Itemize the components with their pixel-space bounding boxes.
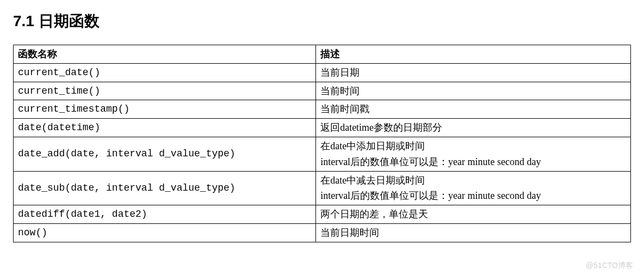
header-func-name: 函数名称 — [14, 45, 316, 64]
cell-description: 在date中添加日期或时间interval后的数值单位可以是：year minu… — [316, 137, 631, 171]
cell-func-name: current_time() — [14, 82, 316, 100]
table-row: current_timestamp()当前时间戳 — [14, 100, 631, 119]
cell-description: 当前日期时间 — [316, 223, 631, 242]
cell-func-name: datediff(date1, date2) — [14, 205, 316, 224]
table-row: current_date()当前日期 — [14, 63, 631, 82]
table-row: date(datetime)返回datetime参数的日期部分 — [14, 119, 631, 137]
cell-func-name: date_sub(date, interval d_value_type) — [14, 171, 316, 205]
cell-func-name: now() — [14, 223, 316, 242]
section-heading: 7.1 日期函数 — [13, 11, 631, 32]
function-table: 函数名称 描述 current_date()当前日期current_time()… — [13, 45, 631, 242]
table-header-row: 函数名称 描述 — [14, 45, 631, 64]
table-body: current_date()当前日期current_time()当前时间curr… — [14, 63, 631, 242]
table-row: date_add(date, interval d_value_type)在da… — [14, 137, 631, 171]
cell-description: 当前时间戳 — [316, 100, 631, 119]
cell-func-name: current_date() — [14, 63, 316, 82]
cell-func-name: current_timestamp() — [14, 100, 316, 119]
table-row: datediff(date1, date2)两个日期的差，单位是天 — [14, 205, 631, 224]
header-description: 描述 — [316, 45, 631, 64]
cell-description: 返回datetime参数的日期部分 — [316, 119, 631, 137]
cell-description: 两个日期的差，单位是天 — [316, 205, 631, 224]
cell-description: 当前时间 — [316, 82, 631, 100]
table-row: current_time()当前时间 — [14, 82, 631, 100]
cell-func-name: date_add(date, interval d_value_type) — [14, 137, 316, 171]
table-row: now()当前日期时间 — [14, 223, 631, 242]
table-row: date_sub(date, interval d_value_type)在da… — [14, 171, 631, 205]
cell-description: 在date中减去日期或时间interval后的数值单位可以是：year minu… — [316, 171, 631, 205]
cell-func-name: date(datetime) — [14, 119, 316, 137]
cell-description: 当前日期 — [316, 63, 631, 82]
